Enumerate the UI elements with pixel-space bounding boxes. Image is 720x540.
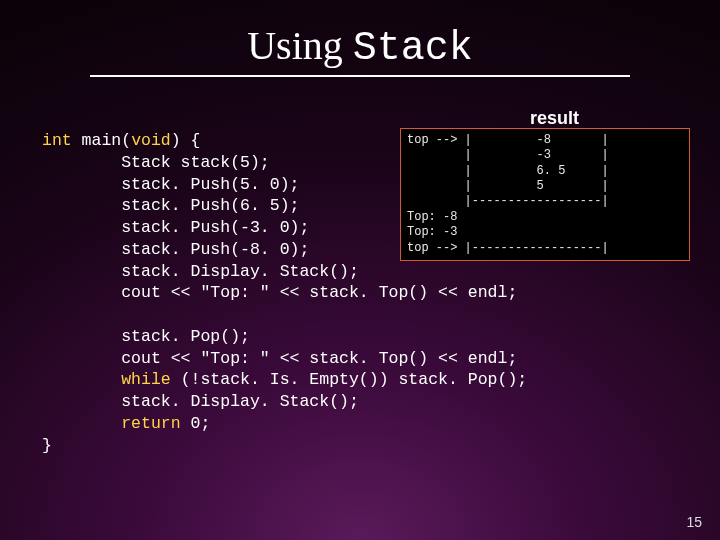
code-line: stack. Push(6. 5); [42, 196, 299, 215]
code-line: cout << "Top: " << stack. Top() << endl; [42, 349, 517, 368]
code-text: (!stack. Is. Empty()) stack. Pop(); [171, 370, 527, 389]
code-line: stack. Push(-8. 0); [42, 240, 309, 259]
title-underline [90, 75, 630, 77]
code-line: Stack stack(5); [42, 153, 270, 172]
result-label: result [530, 108, 579, 129]
kw-while: while [121, 370, 171, 389]
kw-int: int [42, 131, 72, 150]
code-line: } [42, 436, 52, 455]
title-text-2: Stack [353, 26, 473, 71]
code-line: stack. Display. Stack(); [42, 392, 359, 411]
code-line: stack. Push(5. 0); [42, 175, 299, 194]
slide-title: Using Stack [0, 22, 720, 71]
code-line: stack. Display. Stack(); [42, 262, 359, 281]
code-line: stack. Pop(); [42, 327, 250, 346]
page-number: 15 [686, 514, 702, 530]
code-text [42, 414, 121, 433]
code-line: stack. Push(-3. 0); [42, 218, 309, 237]
code-text: main( [72, 131, 131, 150]
kw-void: void [131, 131, 171, 150]
code-text: 0; [181, 414, 211, 433]
title-text-1: Using [247, 23, 353, 68]
code-line: cout << "Top: " << stack. Top() << endl; [42, 283, 517, 302]
code-block: int main(void) { Stack stack(5); stack. … [42, 130, 527, 456]
kw-return: return [121, 414, 180, 433]
code-text [42, 370, 121, 389]
code-text: ) { [171, 131, 201, 150]
